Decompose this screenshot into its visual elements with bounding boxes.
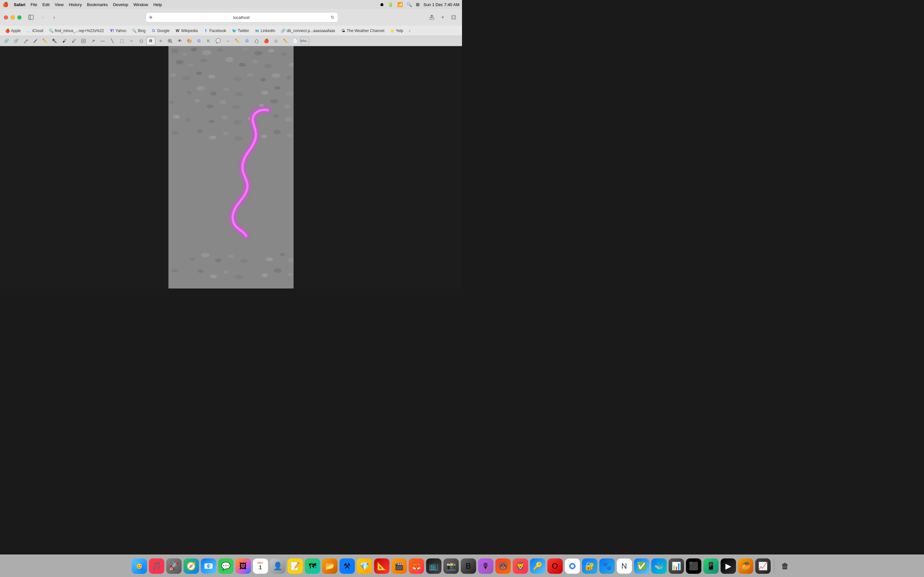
apple-bookmark-icon: 🍎: [5, 29, 10, 33]
reload-button[interactable]: ↻: [331, 15, 334, 20]
bookmark-linkedin[interactable]: in LinkedIn: [252, 27, 278, 34]
tool-zoom-in[interactable]: [166, 37, 174, 45]
tool-pen6[interactable]: [252, 37, 261, 45]
svg-point-99: [210, 274, 217, 278]
svg-point-57: [181, 103, 188, 108]
svg-point-33: [264, 64, 272, 68]
battery-icon: 🔋: [388, 2, 393, 7]
tool-marker[interactable]: [79, 37, 88, 45]
svg-point-32: [252, 60, 258, 63]
svg-point-29: [214, 62, 219, 65]
image-display: [168, 46, 294, 288]
svg-point-81: [234, 136, 242, 141]
tool-localhost[interactable]: loho...: [300, 37, 309, 45]
svg-point-41: [234, 77, 241, 81]
share-button[interactable]: [427, 13, 436, 22]
menu-help[interactable]: Help: [153, 2, 162, 7]
tool-pen5[interactable]: ✏️: [233, 37, 242, 45]
tool-google2[interactable]: G: [242, 37, 252, 45]
tool-lasso[interactable]: ○: [127, 37, 136, 45]
tool-eraser[interactable]: ◻: [137, 37, 145, 45]
bing-icon: 🔍: [132, 29, 137, 33]
controlcenter-icon[interactable]: ⊞: [416, 2, 420, 7]
svg-point-45: [286, 76, 291, 79]
tool-brush2[interactable]: 🖊: [69, 37, 78, 45]
bookmarks-more-button[interactable]: ›: [408, 27, 412, 34]
tool-pen3[interactable]: ✏️: [40, 37, 49, 45]
tabs-overview-button[interactable]: [449, 13, 458, 22]
menu-develop[interactable]: Develop: [113, 2, 128, 7]
svg-point-20: [217, 48, 223, 52]
tool-apple[interactable]: 🍎: [262, 37, 271, 45]
minimize-button[interactable]: [11, 15, 15, 19]
tool-diagonal[interactable]: ╲: [108, 37, 117, 45]
bookmark-weather-label: The Weather Channel: [347, 29, 384, 33]
bookmark-twitter[interactable]: 🐦 Twitter: [229, 27, 252, 34]
search-menu-icon[interactable]: 🔍: [407, 2, 412, 7]
tool-arrow-right[interactable]: →: [223, 37, 232, 45]
tool-diamond[interactable]: ◇: [271, 37, 280, 45]
tool-link2[interactable]: 🔗: [11, 37, 21, 45]
svg-point-58: [195, 99, 200, 102]
svg-point-52: [249, 89, 254, 92]
menu-file[interactable]: File: [31, 2, 37, 7]
svg-point-68: [195, 113, 203, 117]
bookmark-db[interactable]: 🔗 db_connect.p...aaasaaafaas: [278, 27, 338, 34]
close-button[interactable]: [4, 15, 8, 19]
tool-pen4[interactable]: ✒️: [50, 37, 59, 45]
bookmark-yelp[interactable]: ⭐ Yelp: [388, 27, 406, 34]
menu-window[interactable]: Window: [134, 2, 148, 7]
tool-arrow-up[interactable]: ↗: [89, 37, 97, 45]
svg-point-16: [171, 49, 179, 53]
menu-bookmarks[interactable]: Bookmarks: [87, 2, 108, 7]
bookmark-weather[interactable]: 🌤 The Weather Channel: [338, 27, 387, 34]
svg-point-48: [196, 86, 205, 91]
svg-point-66: [173, 115, 180, 119]
tool-pen2[interactable]: [31, 37, 40, 45]
sidebar-toggle[interactable]: [27, 13, 36, 22]
tool-rect-select[interactable]: ⬚: [118, 37, 126, 45]
bookmark-yahoo[interactable]: Y! Yahoo: [107, 27, 129, 34]
bookmark-apple[interactable]: 🍎 Apple: [3, 27, 23, 34]
svg-point-30: [225, 57, 234, 62]
bookmark-facebook[interactable]: f Facebook: [201, 27, 229, 34]
tool-link[interactable]: 🔗: [2, 37, 11, 45]
apple-menu[interactable]: 🍎: [3, 2, 9, 7]
tool-pen1[interactable]: [21, 37, 30, 45]
menu-view[interactable]: View: [55, 2, 64, 7]
tool-color-picker[interactable]: 🎨: [185, 37, 194, 45]
tool-file[interactable]: 📄: [291, 37, 300, 45]
tool-g[interactable]: G: [194, 37, 204, 45]
tool-line[interactable]: —: [98, 37, 107, 45]
bookmark-bing[interactable]: 🔍 Bing: [129, 27, 148, 34]
bookmark-find[interactable]: 🔍 find_minus_...rep+%22s%22: [47, 27, 107, 34]
bookmark-google[interactable]: G Google: [149, 27, 172, 34]
tool-k[interactable]: K: [204, 37, 213, 45]
new-tab-button[interactable]: +: [438, 13, 447, 22]
tool-pen7[interactable]: ✏️: [281, 37, 290, 45]
svg-point-74: [273, 114, 279, 118]
tool-crop[interactable]: ⌗: [156, 37, 165, 45]
svg-point-91: [240, 259, 248, 263]
svg-point-60: [220, 100, 226, 104]
address-bar[interactable]: ⊕ localhost ↻: [145, 12, 338, 23]
menu-safari[interactable]: Safari: [14, 2, 25, 7]
forward-button[interactable]: ›: [50, 13, 59, 22]
bookmark-icloud[interactable]: ☁️ iCloud: [24, 27, 46, 34]
tool-brush1[interactable]: 🖌: [60, 37, 69, 45]
menu-history[interactable]: History: [69, 2, 81, 7]
bookmark-wikipedia[interactable]: W Wikipedia: [173, 27, 200, 34]
tool-eye[interactable]: 👁: [175, 37, 184, 45]
svg-rect-3: [452, 15, 456, 19]
fullscreen-button[interactable]: [17, 15, 21, 19]
tool-bubble[interactable]: 💬: [214, 37, 223, 45]
svg-point-71: [234, 120, 241, 125]
back-button[interactable]: ‹: [38, 13, 47, 22]
tool-stamp[interactable]: R: [146, 37, 155, 45]
svg-point-76: [172, 131, 178, 135]
twitter-icon: 🐦: [232, 29, 236, 33]
svg-point-65: [284, 105, 290, 108]
svg-point-61: [232, 105, 240, 109]
menu-edit[interactable]: Edit: [42, 2, 49, 7]
bookmark-google-label: Google: [157, 29, 170, 33]
